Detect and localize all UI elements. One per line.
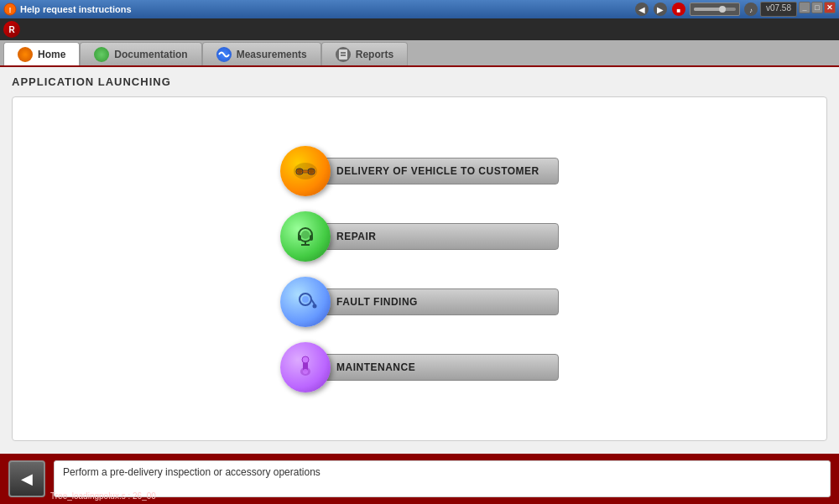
status-text: Tree_loadingpolux.s : 26_00 — [50, 491, 156, 501]
repair-button[interactable]: REPAIR — [324, 223, 559, 250]
tab-rep-label: Reports — [356, 49, 393, 60]
back-icon[interactable]: ◀ — [634, 2, 649, 17]
app-icon: ! — [3, 3, 17, 16]
nav-wrapper: Home Documentation Measurements Reports … — [0, 40, 839, 67]
meas-tab-icon — [216, 47, 232, 62]
delivery-row[interactable]: DELIVERY OF VEHICLE TO CUSTOMER — [280, 146, 559, 196]
maintenance-button[interactable]: MAINTENANCE — [324, 354, 559, 381]
title-bar-controls: ◀ ▶ ■ ♪ v07.58 _ □ ✕ — [634, 2, 836, 17]
description-box: Perform a pre-delivery inspection or acc… — [54, 460, 831, 497]
speaker-icon: ♪ — [743, 2, 758, 17]
svg-point-19 — [309, 169, 314, 174]
tab-home-label: Home — [38, 49, 65, 60]
tab-documentation[interactable]: Documentation — [80, 42, 201, 65]
minimize-button[interactable]: _ — [799, 2, 810, 13]
fault-row[interactable]: FAULT FINDING — [280, 277, 559, 327]
svg-rect-17 — [303, 170, 308, 173]
svg-line-28 — [311, 299, 315, 304]
toolbar: R — [0, 18, 839, 40]
home-tab-icon — [18, 47, 33, 62]
maintenance-row[interactable]: MAINTENANCE — [280, 342, 559, 392]
version-display: v07.58 — [760, 2, 797, 17]
svg-point-18 — [297, 169, 302, 174]
close-button[interactable]: ✕ — [824, 2, 836, 13]
maintenance-icon — [280, 342, 331, 392]
tab-reports[interactable]: Reports — [321, 42, 408, 65]
delivery-button[interactable]: DELIVERY OF VEHICLE TO CUSTOMER — [324, 158, 559, 184]
volume-control[interactable] — [690, 3, 740, 16]
repair-icon — [280, 211, 331, 262]
title-bar: ! Help request instructions ◀ ▶ ■ ♪ v07.… — [0, 0, 839, 18]
back-button[interactable]: ◀ — [8, 460, 45, 497]
doc-tab-icon — [94, 47, 109, 62]
app-panel: DELIVERY OF VEHICLE TO CUSTOMER REPAIR — [12, 96, 827, 441]
svg-text:R: R — [8, 25, 15, 34]
nav-tabs: Home Documentation Measurements Reports — [0, 40, 839, 67]
tab-measurements[interactable]: Measurements — [202, 42, 321, 65]
tab-doc-label: Documentation — [114, 49, 187, 60]
svg-rect-21 — [298, 235, 301, 241]
stop-icon[interactable]: ■ — [671, 2, 686, 17]
forward-icon[interactable]: ▶ — [653, 2, 668, 17]
tab-home[interactable]: Home — [3, 42, 80, 65]
svg-text:◀: ◀ — [638, 5, 645, 14]
maximize-button[interactable]: □ — [811, 2, 823, 13]
svg-point-33 — [303, 369, 308, 374]
rep-tab-icon — [336, 47, 351, 62]
brand-logo: R — [3, 21, 20, 38]
fault-icon — [280, 277, 331, 327]
description-text: Perform a pre-delivery inspection or acc… — [63, 466, 320, 478]
svg-point-32 — [302, 356, 309, 363]
delivery-icon — [280, 146, 331, 196]
svg-text:■: ■ — [677, 7, 681, 14]
section-title: APPLICATION LAUNCHING — [12, 75, 827, 88]
svg-point-27 — [302, 296, 309, 303]
repair-row[interactable]: REPAIR — [280, 211, 559, 262]
tab-meas-label: Measurements — [237, 49, 307, 60]
fault-button[interactable]: FAULT FINDING — [324, 288, 559, 315]
svg-point-29 — [313, 304, 317, 308]
svg-text:▶: ▶ — [657, 5, 664, 14]
main-content: APPLICATION LAUNCHING DELIVERY OF VEHICL… — [0, 67, 839, 454]
window-buttons: _ □ ✕ — [799, 2, 836, 17]
svg-text:♪: ♪ — [749, 7, 753, 14]
title-bar-text: Help request instructions — [20, 4, 631, 14]
svg-rect-11 — [339, 49, 347, 60]
svg-point-23 — [301, 231, 310, 239]
bottom-bar: ◀ Perform a pre-delivery inspection or a… — [0, 454, 839, 504]
svg-text:!: ! — [9, 6, 12, 14]
svg-rect-22 — [310, 235, 313, 241]
